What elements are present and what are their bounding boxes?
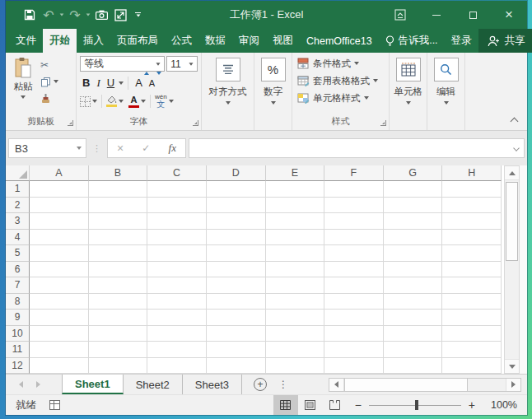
paste-button[interactable]: 粘贴 (6, 57, 40, 99)
zoom-out-button[interactable]: − (348, 398, 369, 412)
cell-H1[interactable] (442, 181, 502, 198)
borders-icon[interactable] (80, 96, 91, 107)
ribbon-display-options-icon[interactable] (382, 1, 418, 29)
sheet-more-icon[interactable]: ⋮ (278, 379, 288, 390)
previous-sheet-icon[interactable] (19, 381, 23, 388)
minimize-button[interactable] (418, 1, 455, 29)
cell-D12[interactable] (207, 358, 266, 375)
cell-F5[interactable] (324, 245, 384, 262)
select-all-button[interactable] (6, 165, 30, 181)
cell-B6[interactable] (89, 262, 148, 278)
cell-C9[interactable] (147, 310, 207, 326)
cell-D4[interactable] (207, 230, 266, 246)
cell-F9[interactable] (324, 310, 384, 326)
cell-H4[interactable] (442, 230, 502, 246)
cell-A5[interactable] (30, 245, 89, 262)
cell-A7[interactable] (30, 277, 89, 294)
tell-me-tab[interactable]: 告诉我... (379, 29, 445, 53)
cell-B10[interactable] (89, 326, 148, 342)
scroll-right-icon[interactable] (506, 379, 520, 391)
sign-in-tab[interactable]: 登录 (445, 29, 478, 53)
format-as-table-button[interactable]: 套用表格格式 (297, 74, 378, 87)
sheet-tab-sheet1[interactable]: Sheet1 (62, 375, 124, 394)
underline-button[interactable]: U (105, 75, 117, 91)
cell-B8[interactable] (89, 294, 148, 310)
tab-data[interactable]: 数据 (198, 29, 232, 53)
new-sheet-button[interactable]: + (254, 378, 267, 391)
cell-E2[interactable] (266, 198, 325, 214)
cell-G9[interactable] (384, 310, 443, 326)
cell-C8[interactable] (147, 294, 207, 310)
styles-dialog-launcher-icon[interactable] (380, 120, 386, 126)
alignment-dropdown-icon[interactable] (226, 101, 231, 105)
editing-dropdown-icon[interactable] (444, 101, 449, 105)
cell-F4[interactable] (324, 230, 384, 246)
cell-C5[interactable] (147, 245, 207, 262)
tab-formulas[interactable]: 公式 (165, 29, 198, 53)
cell-C2[interactable] (147, 198, 207, 214)
cell-A3[interactable] (30, 213, 89, 230)
cell-H11[interactable] (442, 342, 502, 358)
editing-group[interactable]: 编辑 (427, 53, 465, 130)
row-header-6[interactable]: 6 (6, 262, 30, 278)
cells-group[interactable]: 单元格 (390, 53, 427, 130)
phonetic-dropdown-icon[interactable] (169, 100, 174, 103)
cell-C6[interactable] (147, 262, 207, 278)
cut-button[interactable]: ✂ (40, 58, 58, 72)
tab-review[interactable]: 审阅 (232, 29, 266, 53)
cell-B9[interactable] (89, 310, 148, 326)
row-header-2[interactable]: 2 (6, 198, 30, 214)
sheet-tab-sheet3[interactable]: Sheet3 (183, 375, 242, 394)
borders-dropdown-icon[interactable] (92, 100, 97, 103)
row-header-11[interactable]: 11 (6, 342, 30, 358)
cell-F1[interactable] (324, 181, 384, 198)
cell-A4[interactable] (30, 230, 89, 246)
cell-B12[interactable] (89, 358, 148, 375)
tab-file[interactable]: 文件 (9, 29, 43, 53)
share-button[interactable]: 共享 (478, 29, 532, 53)
formula-input[interactable] (189, 138, 525, 158)
cell-C10[interactable] (147, 326, 207, 342)
cell-E12[interactable] (266, 358, 325, 375)
cell-H2[interactable] (442, 198, 502, 214)
clipboard-dialog-launcher-icon[interactable] (68, 120, 73, 126)
cell-A11[interactable] (30, 342, 89, 358)
macro-record-icon[interactable] (49, 400, 60, 410)
font-dialog-launcher-icon[interactable] (193, 120, 198, 126)
cells-dropdown-icon[interactable] (406, 101, 411, 105)
cell-A1[interactable] (30, 181, 89, 198)
redo-dropdown-icon[interactable] (85, 4, 91, 26)
cell-D9[interactable] (207, 310, 266, 326)
row-header-3[interactable]: 3 (6, 213, 30, 230)
cell-C4[interactable] (147, 230, 207, 246)
column-header-G[interactable]: G (384, 165, 443, 181)
cell-A8[interactable] (30, 294, 89, 310)
row-header-8[interactable]: 8 (6, 294, 30, 310)
cell-A6[interactable] (30, 262, 89, 278)
tab-insert[interactable]: 插入 (77, 29, 110, 53)
cell-E10[interactable] (266, 326, 325, 342)
scroll-left-icon[interactable] (329, 379, 344, 391)
cell-B2[interactable] (89, 198, 148, 214)
insert-function-icon[interactable]: fx (169, 142, 176, 155)
row-header-1[interactable]: 1 (6, 181, 30, 198)
cell-F8[interactable] (324, 294, 384, 310)
tab-page-layout[interactable]: 页面布局 (110, 29, 165, 53)
cell-H9[interactable] (442, 310, 502, 326)
cell-H12[interactable] (442, 358, 502, 375)
fill-color-dropdown-icon[interactable] (119, 100, 124, 103)
cell-E6[interactable] (266, 262, 325, 278)
cancel-icon[interactable]: × (117, 142, 124, 155)
cell-F10[interactable] (324, 326, 384, 342)
zoom-slider-thumb[interactable] (415, 400, 418, 410)
cell-E4[interactable] (266, 230, 325, 246)
scroll-down-icon[interactable] (505, 359, 519, 373)
column-header-H[interactable]: H (442, 165, 502, 181)
horizontal-scrollbar-thumb[interactable] (344, 379, 468, 391)
expand-formula-bar-icon[interactable] (513, 145, 520, 151)
cell-A9[interactable] (30, 310, 89, 326)
switch-windows-icon[interactable] (111, 4, 129, 26)
italic-button[interactable]: I (94, 75, 102, 91)
name-box-dropdown-icon[interactable] (72, 139, 86, 157)
cell-E7[interactable] (266, 277, 325, 294)
